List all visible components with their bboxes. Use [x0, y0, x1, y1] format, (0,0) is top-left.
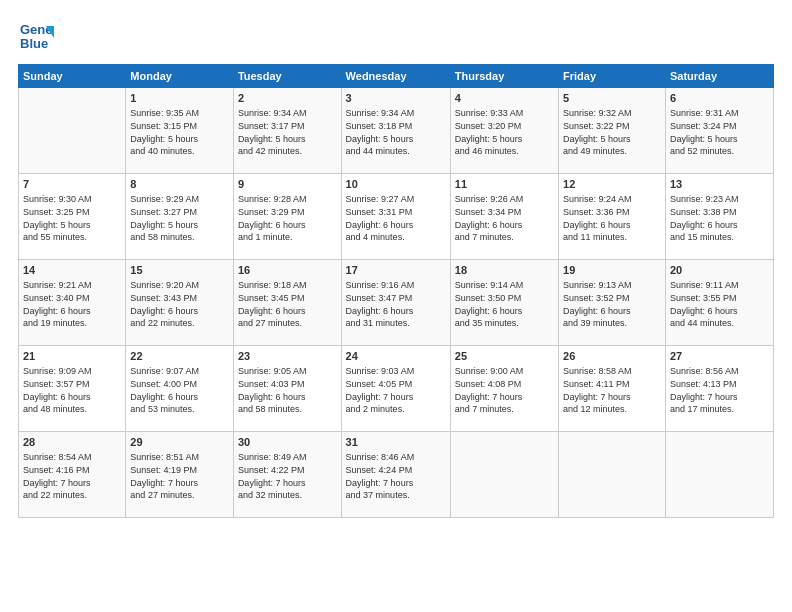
day-cell: 25Sunrise: 9:00 AM Sunset: 4:08 PM Dayli… [450, 346, 558, 432]
day-cell: 8Sunrise: 9:29 AM Sunset: 3:27 PM Daylig… [126, 174, 234, 260]
day-number: 24 [346, 349, 446, 364]
day-cell: 11Sunrise: 9:26 AM Sunset: 3:34 PM Dayli… [450, 174, 558, 260]
day-info: Sunrise: 8:56 AM Sunset: 4:13 PM Dayligh… [670, 366, 739, 414]
day-cell: 22Sunrise: 9:07 AM Sunset: 4:00 PM Dayli… [126, 346, 234, 432]
day-cell: 31Sunrise: 8:46 AM Sunset: 4:24 PM Dayli… [341, 432, 450, 518]
column-header-friday: Friday [559, 65, 666, 88]
week-row-1: 1Sunrise: 9:35 AM Sunset: 3:15 PM Daylig… [19, 88, 774, 174]
day-info: Sunrise: 9:35 AM Sunset: 3:15 PM Dayligh… [130, 108, 199, 156]
day-cell: 5Sunrise: 9:32 AM Sunset: 3:22 PM Daylig… [559, 88, 666, 174]
day-number: 26 [563, 349, 661, 364]
day-number: 1 [130, 91, 229, 106]
day-number: 8 [130, 177, 229, 192]
day-info: Sunrise: 9:31 AM Sunset: 3:24 PM Dayligh… [670, 108, 739, 156]
day-number: 12 [563, 177, 661, 192]
calendar-header: SundayMondayTuesdayWednesdayThursdayFrid… [19, 65, 774, 88]
logo: General Blue [18, 18, 54, 54]
day-info: Sunrise: 9:29 AM Sunset: 3:27 PM Dayligh… [130, 194, 199, 242]
day-cell: 4Sunrise: 9:33 AM Sunset: 3:20 PM Daylig… [450, 88, 558, 174]
day-number: 17 [346, 263, 446, 278]
day-cell: 15Sunrise: 9:20 AM Sunset: 3:43 PM Dayli… [126, 260, 234, 346]
day-info: Sunrise: 9:23 AM Sunset: 3:38 PM Dayligh… [670, 194, 739, 242]
day-number: 21 [23, 349, 121, 364]
day-number: 9 [238, 177, 337, 192]
day-info: Sunrise: 8:51 AM Sunset: 4:19 PM Dayligh… [130, 452, 199, 500]
day-info: Sunrise: 9:14 AM Sunset: 3:50 PM Dayligh… [455, 280, 524, 328]
day-cell [665, 432, 773, 518]
day-cell: 12Sunrise: 9:24 AM Sunset: 3:36 PM Dayli… [559, 174, 666, 260]
day-cell: 1Sunrise: 9:35 AM Sunset: 3:15 PM Daylig… [126, 88, 234, 174]
calendar-table: SundayMondayTuesdayWednesdayThursdayFrid… [18, 64, 774, 518]
day-info: Sunrise: 9:03 AM Sunset: 4:05 PM Dayligh… [346, 366, 415, 414]
day-number: 27 [670, 349, 769, 364]
day-number: 3 [346, 91, 446, 106]
day-info: Sunrise: 9:00 AM Sunset: 4:08 PM Dayligh… [455, 366, 524, 414]
day-info: Sunrise: 9:24 AM Sunset: 3:36 PM Dayligh… [563, 194, 632, 242]
header: General Blue [18, 18, 774, 54]
day-cell: 29Sunrise: 8:51 AM Sunset: 4:19 PM Dayli… [126, 432, 234, 518]
day-cell [450, 432, 558, 518]
week-row-2: 7Sunrise: 9:30 AM Sunset: 3:25 PM Daylig… [19, 174, 774, 260]
day-number: 31 [346, 435, 446, 450]
day-number: 4 [455, 91, 554, 106]
day-cell: 21Sunrise: 9:09 AM Sunset: 3:57 PM Dayli… [19, 346, 126, 432]
column-header-monday: Monday [126, 65, 234, 88]
day-cell: 13Sunrise: 9:23 AM Sunset: 3:38 PM Dayli… [665, 174, 773, 260]
day-cell: 9Sunrise: 9:28 AM Sunset: 3:29 PM Daylig… [233, 174, 341, 260]
day-cell: 3Sunrise: 9:34 AM Sunset: 3:18 PM Daylig… [341, 88, 450, 174]
day-number: 6 [670, 91, 769, 106]
day-number: 16 [238, 263, 337, 278]
day-info: Sunrise: 9:32 AM Sunset: 3:22 PM Dayligh… [563, 108, 632, 156]
day-number: 20 [670, 263, 769, 278]
day-cell: 30Sunrise: 8:49 AM Sunset: 4:22 PM Dayli… [233, 432, 341, 518]
day-info: Sunrise: 9:07 AM Sunset: 4:00 PM Dayligh… [130, 366, 199, 414]
logo-icon: General Blue [18, 18, 54, 54]
day-number: 19 [563, 263, 661, 278]
day-number: 15 [130, 263, 229, 278]
day-info: Sunrise: 8:46 AM Sunset: 4:24 PM Dayligh… [346, 452, 415, 500]
day-cell: 7Sunrise: 9:30 AM Sunset: 3:25 PM Daylig… [19, 174, 126, 260]
day-cell: 23Sunrise: 9:05 AM Sunset: 4:03 PM Dayli… [233, 346, 341, 432]
day-info: Sunrise: 9:26 AM Sunset: 3:34 PM Dayligh… [455, 194, 524, 242]
day-cell: 19Sunrise: 9:13 AM Sunset: 3:52 PM Dayli… [559, 260, 666, 346]
day-cell: 6Sunrise: 9:31 AM Sunset: 3:24 PM Daylig… [665, 88, 773, 174]
day-cell: 2Sunrise: 9:34 AM Sunset: 3:17 PM Daylig… [233, 88, 341, 174]
day-cell: 14Sunrise: 9:21 AM Sunset: 3:40 PM Dayli… [19, 260, 126, 346]
day-number: 23 [238, 349, 337, 364]
day-cell: 26Sunrise: 8:58 AM Sunset: 4:11 PM Dayli… [559, 346, 666, 432]
day-info: Sunrise: 9:20 AM Sunset: 3:43 PM Dayligh… [130, 280, 199, 328]
column-header-saturday: Saturday [665, 65, 773, 88]
day-info: Sunrise: 9:05 AM Sunset: 4:03 PM Dayligh… [238, 366, 307, 414]
day-cell: 18Sunrise: 9:14 AM Sunset: 3:50 PM Dayli… [450, 260, 558, 346]
column-header-tuesday: Tuesday [233, 65, 341, 88]
day-info: Sunrise: 9:13 AM Sunset: 3:52 PM Dayligh… [563, 280, 632, 328]
day-info: Sunrise: 8:49 AM Sunset: 4:22 PM Dayligh… [238, 452, 307, 500]
day-number: 7 [23, 177, 121, 192]
day-info: Sunrise: 9:18 AM Sunset: 3:45 PM Dayligh… [238, 280, 307, 328]
day-number: 30 [238, 435, 337, 450]
day-cell [19, 88, 126, 174]
day-info: Sunrise: 8:54 AM Sunset: 4:16 PM Dayligh… [23, 452, 92, 500]
day-info: Sunrise: 9:33 AM Sunset: 3:20 PM Dayligh… [455, 108, 524, 156]
column-header-wednesday: Wednesday [341, 65, 450, 88]
page: General Blue SundayMondayTuesdayWednesda… [0, 0, 792, 612]
day-cell: 16Sunrise: 9:18 AM Sunset: 3:45 PM Dayli… [233, 260, 341, 346]
day-cell: 27Sunrise: 8:56 AM Sunset: 4:13 PM Dayli… [665, 346, 773, 432]
day-info: Sunrise: 9:16 AM Sunset: 3:47 PM Dayligh… [346, 280, 415, 328]
day-info: Sunrise: 9:11 AM Sunset: 3:55 PM Dayligh… [670, 280, 739, 328]
day-cell: 28Sunrise: 8:54 AM Sunset: 4:16 PM Dayli… [19, 432, 126, 518]
day-info: Sunrise: 9:34 AM Sunset: 3:18 PM Dayligh… [346, 108, 415, 156]
week-row-4: 21Sunrise: 9:09 AM Sunset: 3:57 PM Dayli… [19, 346, 774, 432]
day-info: Sunrise: 9:27 AM Sunset: 3:31 PM Dayligh… [346, 194, 415, 242]
day-info: Sunrise: 9:28 AM Sunset: 3:29 PM Dayligh… [238, 194, 307, 242]
day-number: 2 [238, 91, 337, 106]
day-info: Sunrise: 9:30 AM Sunset: 3:25 PM Dayligh… [23, 194, 92, 242]
day-info: Sunrise: 9:21 AM Sunset: 3:40 PM Dayligh… [23, 280, 92, 328]
week-row-3: 14Sunrise: 9:21 AM Sunset: 3:40 PM Dayli… [19, 260, 774, 346]
day-number: 22 [130, 349, 229, 364]
day-number: 18 [455, 263, 554, 278]
day-number: 25 [455, 349, 554, 364]
day-cell: 24Sunrise: 9:03 AM Sunset: 4:05 PM Dayli… [341, 346, 450, 432]
column-header-thursday: Thursday [450, 65, 558, 88]
day-cell [559, 432, 666, 518]
